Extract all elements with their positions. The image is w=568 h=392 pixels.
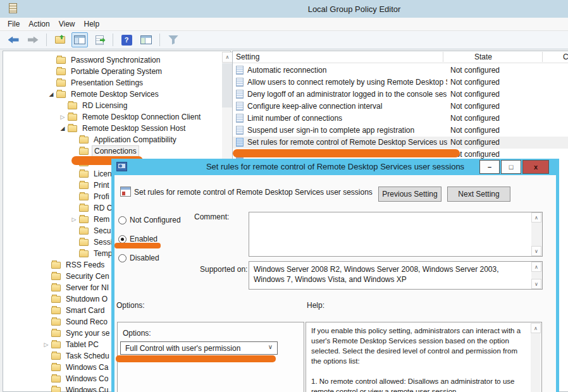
tree-item-label: Password Synchronization [69, 55, 162, 65]
setting-name: Limit number of connections [247, 114, 447, 123]
menu-action[interactable]: Action [28, 20, 49, 28]
window-titlebar: Local Group Policy Editor [0, 0, 568, 18]
comment-scrollbar[interactable]: ∧ ∨ [531, 212, 542, 256]
radio-disabled[interactable] [118, 254, 127, 262]
tree-item-label: Profi [92, 192, 111, 202]
expander-icon[interactable] [69, 216, 79, 223]
menu-help[interactable]: Help [84, 20, 100, 28]
settings-row[interactable]: Deny logoff of an administrator logged i… [233, 89, 568, 101]
settings-row[interactable]: Limit number of connectionsNot configure… [233, 113, 568, 125]
folder-icon [68, 125, 77, 132]
tree-item-label: Application Compatibility [92, 135, 178, 145]
folder-icon [56, 57, 66, 64]
setting-state: Not configured [450, 66, 500, 75]
options-dropdown[interactable]: Full Control with user's permission [120, 341, 278, 355]
setting-name: Configure keep-alive connection interval [247, 102, 447, 111]
close-button[interactable]: x [522, 160, 549, 174]
help-section-label: Help: [307, 301, 324, 310]
scroll-up-icon[interactable]: ∧ [222, 52, 233, 63]
folder-icon [79, 171, 89, 178]
supported-on-label: Supported on: [200, 265, 247, 274]
tree-item-label: Remote Desktop Services [69, 89, 161, 99]
supported-scrollbar[interactable]: ∧ ∨ [531, 262, 542, 289]
export-list-icon[interactable] [91, 32, 108, 47]
column-separator[interactable] [542, 52, 543, 62]
policy-name: Set rules for remote control of Remote D… [134, 188, 373, 197]
column-header-state[interactable]: State [474, 52, 492, 61]
tree-item-label: Connections [92, 145, 139, 157]
tree-item-label: Tablet PC [64, 340, 101, 350]
folder-icon [51, 273, 61, 280]
scroll-down-icon[interactable]: ∨ [531, 246, 541, 256]
folder-icon [51, 285, 61, 291]
radio-label: Enabled [130, 235, 157, 243]
tree-item-label: Remote Desktop Session Host [80, 123, 187, 133]
tree-item[interactable]: RD Licensing [3, 100, 231, 111]
tree-item[interactable]: Portable Operating System [3, 66, 231, 77]
settings-row[interactable]: Automatic reconnectionNot configured [233, 64, 568, 77]
policy-setting-icon [236, 102, 244, 111]
back-icon[interactable] [5, 32, 22, 47]
tree-item-label: Portable Operating System [69, 66, 164, 77]
settings-row[interactable]: Configure keep-alive connection interval… [233, 101, 568, 113]
scroll-down-icon[interactable]: ∨ [531, 279, 541, 289]
menu-view[interactable]: View [59, 20, 75, 28]
column-separator[interactable] [443, 52, 443, 62]
expander-icon[interactable] [58, 114, 68, 120]
expander-icon[interactable] [41, 341, 51, 348]
expander-icon[interactable] [58, 125, 68, 132]
window-title: Local Group Policy Editor [308, 4, 401, 14]
comment-textarea[interactable]: ∧ ∨ [249, 212, 543, 257]
scroll-up-icon[interactable]: ∧ [531, 323, 541, 333]
up-one-level-icon[interactable] [52, 32, 68, 47]
folder-icon [51, 262, 61, 269]
filter-icon[interactable] [165, 32, 182, 47]
folder-icon [79, 193, 89, 200]
setting-state: Not configured [450, 78, 500, 87]
folder-icon [51, 387, 61, 392]
supported-on-box: Windows Server 2008 R2, Windows Server 2… [249, 261, 543, 290]
tree-item[interactable]: Remote Desktop Connection Client [3, 111, 231, 123]
maximize-button[interactable]: □ [501, 160, 521, 174]
policy-setting-icon [236, 66, 244, 75]
dialog-titlebar[interactable]: Set rules for remote control of Remote D… [111, 159, 559, 175]
toolbar: ? [0, 31, 568, 49]
next-setting-button[interactable]: Next Setting [447, 187, 510, 202]
column-header-comment[interactable]: C [563, 52, 568, 61]
tree-item-label: Task Schedu [64, 351, 111, 361]
settings-row[interactable]: Suspend user sign-in to complete app reg… [233, 125, 568, 137]
help-text: If you enable this policy setting, admin… [311, 326, 525, 392]
tree-item-connections[interactable]: Connections [3, 145, 231, 157]
annotation-highlight-settings-row [233, 149, 460, 157]
comment-label: Comment: [194, 212, 229, 221]
minimize-button[interactable]: – [479, 160, 500, 174]
folder-icon [68, 114, 77, 121]
tree-item[interactable]: Presentation Settings [3, 77, 231, 89]
radio-not-configured[interactable] [118, 216, 127, 224]
tree-item[interactable]: Application Compatibility [3, 134, 231, 145]
scroll-up-icon[interactable]: ∧ [531, 262, 541, 272]
scroll-up-icon[interactable]: ∧ [531, 212, 541, 223]
previous-setting-button[interactable]: Previous Setting [378, 187, 441, 202]
tree-item-label: Server for NI [64, 283, 111, 293]
policy-setting-icon [236, 90, 244, 99]
settings-row[interactable]: Allow users to connect remotely by using… [233, 77, 568, 89]
help-scrollbar[interactable]: ∧ [531, 323, 541, 392]
menu-file[interactable]: File [8, 20, 20, 28]
settings-row-selected[interactable]: Set rules for remote control of Remote D… [233, 137, 568, 149]
expander-icon[interactable] [46, 91, 56, 97]
chevron-down-icon [268, 343, 273, 350]
help-icon[interactable]: ? [118, 32, 135, 47]
show-console-tree-icon[interactable] [71, 32, 88, 47]
scrollbar-thumb[interactable] [222, 63, 233, 107]
folder-icon [79, 228, 89, 235]
new-window-icon[interactable] [138, 32, 154, 47]
tree-item[interactable]: Remote Desktop Session Host [3, 123, 231, 134]
tree-item[interactable]: Remote Desktop Services [3, 89, 231, 100]
policy-setting-icon [236, 78, 244, 87]
column-header-setting[interactable]: Setting [236, 52, 259, 61]
tree-item-label: Sound Reco [64, 317, 109, 327]
options-dropdown-value: Full Control with user's permission [125, 344, 240, 353]
forward-icon[interactable] [25, 32, 41, 47]
tree-item[interactable]: Password Synchronization [3, 54, 231, 66]
